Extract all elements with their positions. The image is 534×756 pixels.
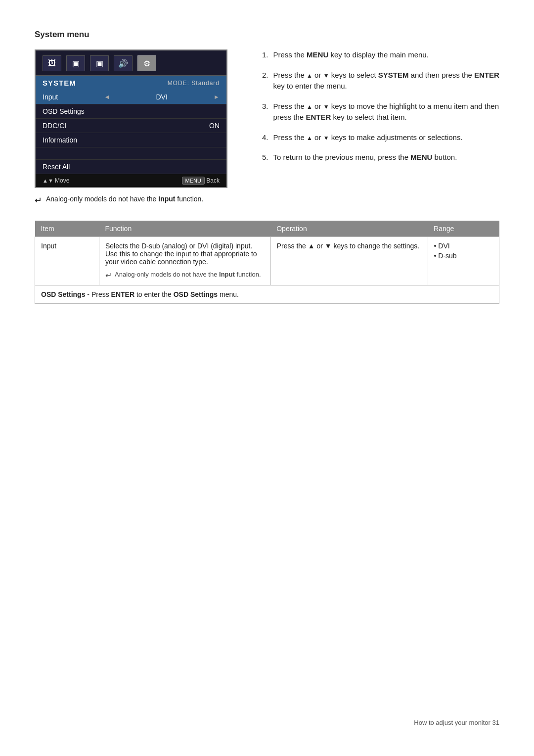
input-function-text: Selects the D-sub (analog) or DVI (digit… xyxy=(105,242,257,266)
right-column: 1. Press the MENU key to display the mai… xyxy=(262,49,499,206)
osd-row-empty xyxy=(36,147,226,160)
osd-row-information-label: Information xyxy=(43,136,77,144)
enter-bold-osd: ENTER xyxy=(111,290,134,298)
osd-footer-move: ▲▼ Move xyxy=(43,177,69,184)
range-dsub: • D-sub xyxy=(434,252,493,260)
osd-icon-4-active: ⚙ xyxy=(137,55,156,71)
th-operation: Operation xyxy=(270,221,428,237)
step-2-num: 2. xyxy=(262,70,268,92)
step-4: 4. Press the ▲ or ▼ keys to make adjustm… xyxy=(262,132,499,143)
info-table: Item Function Operation Range Input Sele… xyxy=(35,221,499,304)
osd-settings-bold2: OSD Settings xyxy=(174,290,218,298)
analog-note: ↵ Analog-only models do not have the Inp… xyxy=(35,195,242,206)
osd-row-reset-all-label: Reset All xyxy=(43,163,70,171)
th-item: Item xyxy=(35,221,99,237)
osd-footer: ▲▼ Move MENU Back xyxy=(36,174,226,187)
enter-key-step2: ENTER xyxy=(474,71,499,79)
step3-arrow-up: ▲ xyxy=(307,102,312,111)
td-input-item: Input xyxy=(35,237,99,285)
step-5-text: To return to the previous menu, press th… xyxy=(273,152,457,163)
table-row-input: Input Selects the D-sub (analog) or DVI … xyxy=(35,237,499,285)
system-key-step2: SYSTEM xyxy=(378,71,409,79)
step-3-num: 3. xyxy=(262,101,268,123)
menu-key-step5: MENU xyxy=(410,153,432,161)
menu-key-step1: MENU xyxy=(307,50,328,59)
note-text-table: Analog-only models do not have the Input… xyxy=(115,271,261,278)
td-input-range: • DVI • D-sub xyxy=(428,237,499,285)
step4-arrow-dn: ▼ xyxy=(323,134,329,142)
step-5: 5. To return to the previous menu, press… xyxy=(262,152,499,163)
step2-arrow-up: ▲ xyxy=(307,71,312,80)
step-2-text: Press the ▲ or ▼ keys to select SYSTEM a… xyxy=(273,70,499,92)
op-arrow-dn: ▼ xyxy=(325,242,332,250)
osd-icon-1: ▣ xyxy=(66,55,85,71)
step-1: 1. Press the MENU key to display the mai… xyxy=(262,49,499,61)
page-footer: How to adjust your monitor 31 xyxy=(414,719,499,726)
td-input-function: Selects the D-sub (analog) or DVI (digit… xyxy=(99,237,271,285)
osd-row-osd-settings-label: OSD Settings xyxy=(43,107,85,115)
op-arrow-up: ▲ xyxy=(308,242,315,250)
osd-row-input: Input ◄ DVI ► xyxy=(36,90,226,104)
note-text: Analog-only models do not have the Input… xyxy=(46,195,203,203)
osd-mode-label: MODE: Standard xyxy=(168,80,220,87)
osd-icon-2: ▣ xyxy=(90,55,109,71)
page-title: System menu xyxy=(35,30,499,40)
osd-arrow-left: ◄ xyxy=(104,94,110,100)
step-5-num: 5. xyxy=(262,152,268,163)
osd-row-ddc: DDC/CI ON xyxy=(36,119,226,133)
menu-key-badge: MENU xyxy=(182,177,205,185)
step-1-text: Press the MENU key to display the main m… xyxy=(273,49,429,61)
osd-footer-back: MENU Back xyxy=(182,177,220,184)
step-2: 2. Press the ▲ or ▼ keys to select SYSTE… xyxy=(262,70,499,92)
osd-row-reset-all: Reset All xyxy=(36,160,226,174)
note-icon-table: ↵ xyxy=(105,271,112,280)
step-3: 3. Press the ▲ or ▼ keys to move the hig… xyxy=(262,101,499,123)
step-4-text: Press the ▲ or ▼ keys to make adjustment… xyxy=(273,132,463,143)
osd-row-input-label: Input xyxy=(43,93,58,101)
steps-list: 1. Press the MENU key to display the mai… xyxy=(262,49,499,163)
step2-arrow-dn: ▼ xyxy=(323,71,329,80)
table-row-osd-settings: OSD Settings - Press ENTER to enter the … xyxy=(35,285,499,304)
td-input-operation: Press the ▲ or ▼ keys to change the sett… xyxy=(270,237,428,285)
osd-icon-0: 🖼 xyxy=(43,55,61,71)
step-1-num: 1. xyxy=(262,49,268,61)
enter-key-step3: ENTER xyxy=(306,113,331,121)
step4-arrow-up: ▲ xyxy=(307,134,312,142)
range-dvi: • DVI xyxy=(434,242,493,250)
osd-row-ddc-label: DDC/CI xyxy=(43,122,66,130)
step3-arrow-dn: ▼ xyxy=(323,102,329,111)
note-bold-input-table: Input xyxy=(219,271,235,278)
osd-system-label: SYSTEM xyxy=(43,79,76,87)
input-function-note: ↵ Analog-only models do not have the Inp… xyxy=(105,271,265,280)
step-4-num: 4. xyxy=(262,132,268,143)
op-text: Press the ▲ or ▼ keys to change the sett… xyxy=(277,242,419,250)
th-range: Range xyxy=(428,221,499,237)
th-function: Function xyxy=(99,221,271,237)
osd-settings-bold: OSD Settings xyxy=(41,290,85,298)
table-header-row: Item Function Operation Range xyxy=(35,221,499,237)
note-bold-input: Input xyxy=(158,195,175,203)
left-column: 🖼 ▣ ▣ 🔊 ⚙ SYSTEM MODE: Standard Input ◄ … xyxy=(35,49,242,206)
osd-diagram: 🖼 ▣ ▣ 🔊 ⚙ SYSTEM MODE: Standard Input ◄ … xyxy=(35,49,227,188)
osd-row-input-value: DVI xyxy=(156,93,168,101)
osd-icons-row: 🖼 ▣ ▣ 🔊 ⚙ xyxy=(36,50,226,76)
step-3-text: Press the ▲ or ▼ keys to move the highli… xyxy=(273,101,499,123)
osd-row-information: Information xyxy=(36,133,226,147)
main-content-row: 🖼 ▣ ▣ 🔊 ⚙ SYSTEM MODE: Standard Input ◄ … xyxy=(35,49,499,206)
note-icon: ↵ xyxy=(35,195,42,206)
osd-icon-3: 🔊 xyxy=(114,55,133,71)
osd-row-ddc-value: ON xyxy=(209,122,220,130)
osd-arrow-right: ► xyxy=(214,94,220,100)
osd-header: SYSTEM MODE: Standard xyxy=(36,76,226,90)
osd-row-osd-settings: OSD Settings xyxy=(36,104,226,119)
td-osd-settings: OSD Settings - Press ENTER to enter the … xyxy=(35,285,499,304)
